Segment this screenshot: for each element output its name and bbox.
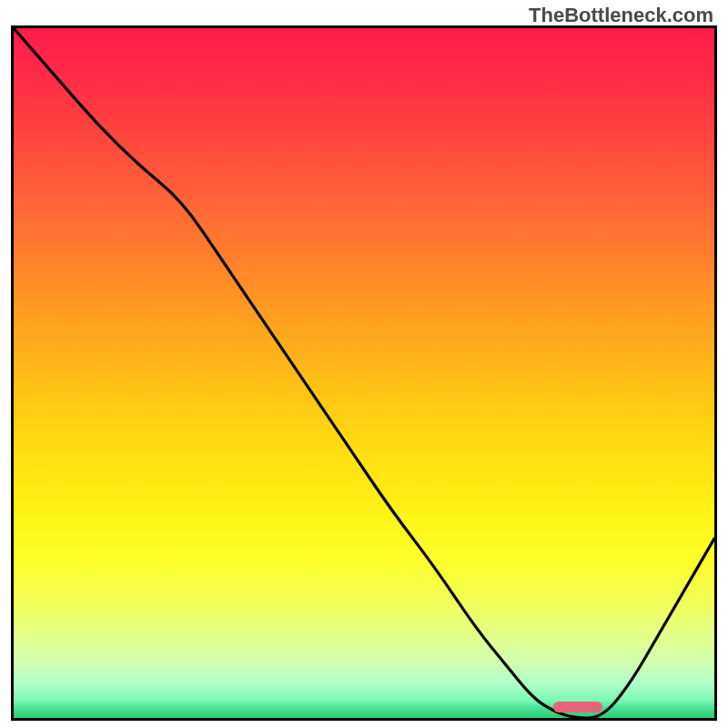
optimal-range-marker [553,702,602,713]
chart-frame [11,25,717,721]
bottleneck-curve [14,28,714,718]
plot-area [14,28,714,718]
curve-path [14,28,714,718]
watermark-label: TheBottleneck.com [529,4,713,27]
